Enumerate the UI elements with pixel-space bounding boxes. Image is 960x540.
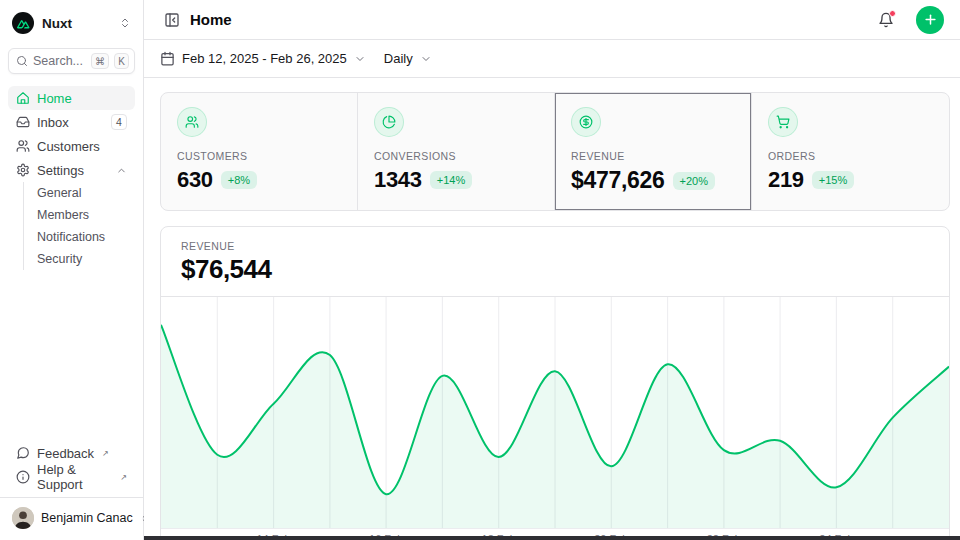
sidebar-item-settings[interactable]: Settings [8,158,135,182]
team-switcher[interactable]: Nuxt [8,10,135,36]
sidebar-item-notifications[interactable]: Notifications [37,226,135,248]
chart-label: REVENUE [181,240,929,252]
chevrons-up-down-icon [119,17,131,29]
calendar-icon [160,51,175,66]
stat-card-revenue[interactable]: REVENUE $477,626 +20% [555,93,752,210]
search-placeholder: Search... [33,54,86,68]
stat-value: $477,626 [571,167,665,194]
shopping-cart-icon [768,107,798,137]
stat-label: ORDERS [768,150,933,162]
external-link-icon: ↗ [102,449,109,458]
chat-bubble-icon [16,446,30,460]
revenue-chart-card: REVENUE $76,544 14 Feb16 Feb18 Feb20 Feb… [160,226,950,540]
external-link-icon: ↗ [120,473,127,482]
chart-total-value: $76,544 [181,254,929,285]
sidebar-item-inbox[interactable]: Inbox 4 [8,110,135,134]
period-value: Daily [384,51,413,66]
main-area: Home Feb 12, 2025 - Feb 26, 2025 Daily [144,0,960,540]
date-range-picker[interactable]: Feb 12, 2025 - Feb 26, 2025 [160,51,366,66]
help-support-label: Help & Support [37,462,112,492]
sidebar-item-security[interactable]: Security [37,248,135,270]
chevron-up-icon [116,165,127,176]
delta-badge: +8% [221,171,257,189]
inbox-count-badge: 4 [111,114,127,130]
sidebar-item-customers[interactable]: Customers [8,134,135,158]
sidebar-collapse-icon[interactable] [164,12,180,28]
nuxt-logo-icon [12,12,34,34]
user-name: Benjamin Canac [41,511,133,525]
stat-label: REVENUE [571,150,735,162]
stats-row: CUSTOMERS 630 +8% CONVERSIONS 1343 +14% [160,92,950,211]
users-icon [16,139,30,153]
search-input[interactable]: Search... ⌘ K [8,48,135,74]
page-title: Home [190,11,868,28]
filter-toolbar: Feb 12, 2025 - Feb 26, 2025 Daily [144,40,960,78]
sidebar: Nuxt Search... ⌘ K Home [0,0,144,540]
delta-badge: +20% [673,172,715,190]
bottom-dark-strip [144,536,960,540]
dollar-circle-icon [571,107,601,137]
kbd-meta: ⌘ [91,53,109,69]
home-icon [16,91,30,105]
user-menu[interactable]: Benjamin Canac [8,504,135,532]
stat-card-conversions[interactable]: CONVERSIONS 1343 +14% [358,93,555,210]
stat-value: 1343 [374,167,422,193]
sidebar-item-general[interactable]: General [37,182,135,204]
revenue-area-chart[interactable] [161,297,949,529]
feedback-label: Feedback [37,446,94,461]
users-icon [177,107,207,137]
sidebar-item-label: Settings [37,163,109,178]
notifications-bell-icon[interactable] [878,12,894,28]
delta-badge: +15% [812,171,854,189]
period-select[interactable]: Daily [384,51,432,66]
date-range-value: Feb 12, 2025 - Feb 26, 2025 [182,51,347,66]
sidebar-divider [0,497,143,498]
settings-submenu: General Members Notifications Security [23,182,135,270]
dashboard-content: CUSTOMERS 630 +8% CONVERSIONS 1343 +14% [144,78,960,540]
stat-value: 219 [768,167,804,193]
top-header: Home [144,0,960,40]
sidebar-item-label: Home [37,91,127,106]
inbox-icon [16,115,30,129]
add-button[interactable] [916,6,944,34]
help-support-link[interactable]: Help & Support↗ [8,465,135,489]
chart-plot-area[interactable] [161,297,949,529]
notification-dot [889,10,896,17]
info-circle-icon [16,470,30,484]
delta-badge: +14% [430,171,472,189]
sidebar-item-label: Customers [37,139,127,154]
sidebar-item-label: Inbox [37,115,104,130]
avatar [12,507,34,529]
stat-label: CUSTOMERS [177,150,341,162]
gear-icon [16,163,30,177]
sidebar-footer: Feedback↗ Help & Support↗ Benjamin Canac [8,441,135,532]
chevron-down-icon [354,53,366,65]
search-icon [16,55,28,67]
stat-value: 630 [177,167,213,193]
chevron-down-icon [420,53,432,65]
pie-chart-icon [374,107,404,137]
sidebar-item-members[interactable]: Members [37,204,135,226]
kbd-k: K [114,53,129,69]
team-name: Nuxt [42,16,111,31]
stat-label: CONVERSIONS [374,150,538,162]
stat-card-customers[interactable]: CUSTOMERS 630 +8% [161,93,358,210]
sidebar-item-home[interactable]: Home [8,86,135,110]
sidebar-nav: Home Inbox 4 Customers Settings [8,86,135,270]
app-root: Nuxt Search... ⌘ K Home [0,0,960,540]
stat-card-orders[interactable]: ORDERS 219 +15% [752,93,949,210]
chart-header: REVENUE $76,544 [161,227,949,297]
